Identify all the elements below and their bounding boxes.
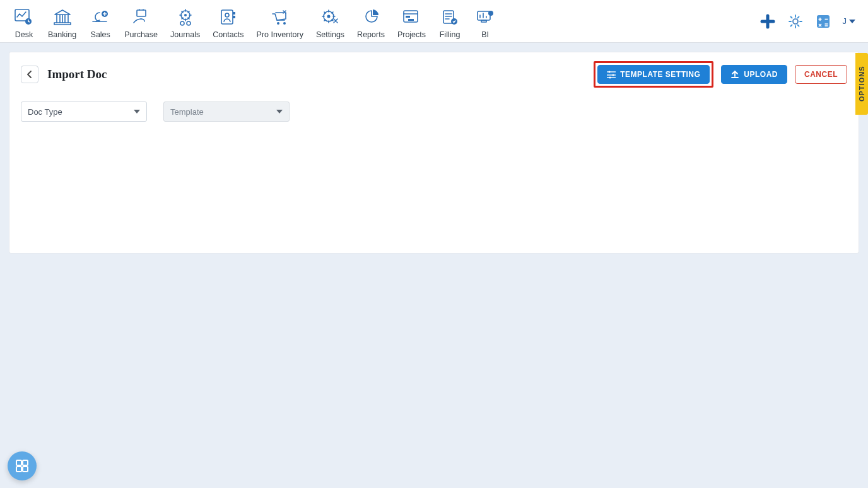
panel-actions: Template Setting Upload Cancel <box>594 61 847 88</box>
desk-icon <box>14 8 34 28</box>
svg-point-14 <box>187 21 191 25</box>
nav-banking[interactable]: Banking <box>42 4 83 39</box>
nav-pro-inventory[interactable]: Pro Inventory <box>250 4 310 39</box>
nav-purchase[interactable]: Purchase <box>118 4 164 39</box>
user-menu[interactable]: J <box>843 16 856 26</box>
page-panel: Import Doc Template Setting Upload Cance… <box>9 52 859 253</box>
reports-icon <box>361 8 381 28</box>
chevron-down-icon <box>134 110 140 113</box>
svg-rect-50 <box>23 467 28 472</box>
svg-point-18 <box>225 13 229 17</box>
nav-label: Projects <box>397 30 426 39</box>
svg-rect-49 <box>16 467 21 472</box>
nav-sales[interactable]: Sales <box>83 4 118 39</box>
nav-bi[interactable]: BI <box>467 4 503 39</box>
svg-marker-2 <box>55 10 70 15</box>
chevron-down-icon <box>849 20 855 23</box>
svg-point-19 <box>277 22 279 25</box>
nav-journals[interactable]: Journals <box>164 4 206 39</box>
svg-rect-10 <box>137 10 146 16</box>
svg-rect-47 <box>16 460 21 465</box>
svg-point-22 <box>327 15 330 18</box>
nav-label: Journals <box>170 30 200 39</box>
upload-icon <box>730 70 739 79</box>
plus-icon <box>760 14 775 29</box>
sliders-icon <box>607 70 616 79</box>
nav-items: Desk Banking Sales Purchase Journals <box>6 4 503 39</box>
back-button[interactable] <box>21 66 38 83</box>
settings-gear-button[interactable] <box>787 13 804 30</box>
nav-label: Contacts <box>213 30 243 39</box>
doc-type-select[interactable]: Doc Type <box>21 102 147 122</box>
bi-icon <box>475 8 495 28</box>
nav-desk[interactable]: Desk <box>6 4 42 39</box>
cancel-button[interactable]: Cancel <box>795 65 847 84</box>
svg-rect-32 <box>478 11 490 20</box>
chevron-down-icon <box>276 110 283 113</box>
svg-point-20 <box>283 22 286 25</box>
inventory-icon <box>270 8 290 28</box>
journals-icon <box>175 8 196 28</box>
projects-icon <box>401 8 421 28</box>
nav-label: Settings <box>316 30 344 39</box>
nav-projects[interactable]: Projects <box>391 4 432 39</box>
nav-label: Reports <box>357 30 385 39</box>
calculator-button[interactable] <box>815 13 831 30</box>
calculator-icon <box>816 14 831 29</box>
contacts-icon <box>218 8 238 28</box>
options-side-tab[interactable]: OPTIONS <box>855 53 868 115</box>
user-initial: J <box>843 16 847 26</box>
purchase-icon <box>131 8 151 28</box>
svg-rect-26 <box>408 19 414 21</box>
svg-rect-8 <box>54 23 71 25</box>
svg-rect-36 <box>481 20 486 22</box>
gear-icon <box>788 14 803 29</box>
grid-icon <box>15 458 30 473</box>
template-select[interactable]: Template <box>163 102 290 122</box>
topbar-right: J <box>760 13 862 30</box>
nav-label: Banking <box>48 30 76 39</box>
nav-label: BI <box>481 30 489 39</box>
nav-settings[interactable]: Settings <box>310 4 351 39</box>
button-label: Template Setting <box>620 70 700 79</box>
button-label: Cancel <box>804 70 838 79</box>
svg-rect-17 <box>233 16 235 18</box>
upload-button[interactable]: Upload <box>721 65 787 84</box>
button-label: Upload <box>744 70 778 79</box>
template-setting-button[interactable]: Template Setting <box>597 65 710 84</box>
nav-reports[interactable]: Reports <box>351 4 391 39</box>
svg-rect-48 <box>23 460 28 465</box>
top-nav: Desk Banking Sales Purchase Journals <box>0 0 868 43</box>
select-label: Doc Type <box>28 107 62 117</box>
nav-label: Purchase <box>124 30 158 39</box>
nav-label: Desk <box>15 30 33 39</box>
options-label: OPTIONS <box>858 66 865 102</box>
nav-label: Pro Inventory <box>257 30 303 39</box>
add-button[interactable] <box>760 13 776 30</box>
filling-icon <box>440 8 460 28</box>
apps-fab[interactable] <box>8 451 37 480</box>
nav-filling[interactable]: Filling <box>432 4 467 39</box>
highlight-annotation: Template Setting <box>594 61 713 88</box>
panel-header: Import Doc Template Setting Upload Cance… <box>9 52 859 96</box>
filter-row: Doc Type Template <box>9 96 859 122</box>
svg-point-13 <box>180 21 184 25</box>
svg-point-12 <box>184 14 187 16</box>
svg-point-38 <box>793 19 798 24</box>
svg-point-37 <box>488 11 493 16</box>
page-title: Import Doc <box>47 67 107 81</box>
svg-rect-16 <box>233 12 235 15</box>
select-label: Template <box>170 107 204 117</box>
nav-contacts[interactable]: Contacts <box>206 4 250 39</box>
settings-icon <box>320 8 341 28</box>
svg-rect-25 <box>406 16 410 18</box>
bank-icon <box>52 8 73 28</box>
chevron-left-icon <box>26 71 33 78</box>
sales-icon <box>90 8 110 28</box>
nav-label: Filling <box>440 30 460 39</box>
nav-label: Sales <box>91 30 110 39</box>
